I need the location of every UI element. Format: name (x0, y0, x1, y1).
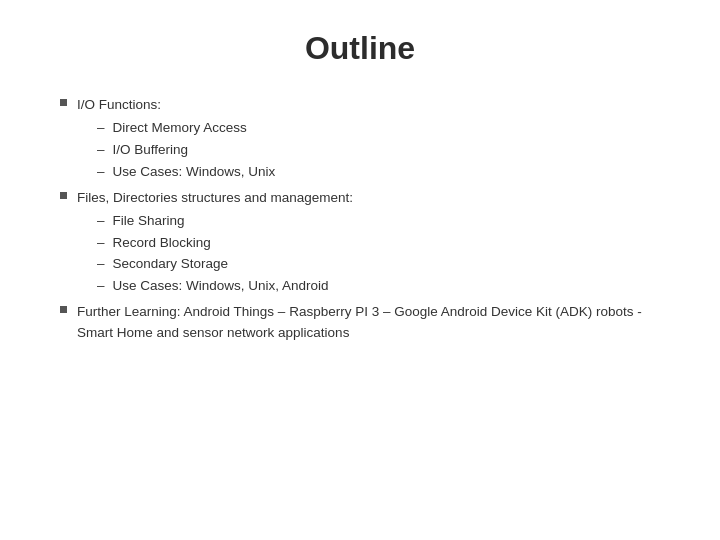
sub-text-1-1: Direct Memory Access (113, 118, 660, 139)
bullet-label-3: Further Learning: Android Things – Raspb… (77, 302, 660, 344)
dash-2-1: – (97, 211, 105, 232)
dash-1-3: – (97, 162, 105, 183)
bullet-square-3 (60, 306, 67, 313)
sub-text-1-3: Use Cases: Windows, Unix (113, 162, 660, 183)
bullet-label-2: Files, Directories structures and manage… (77, 190, 353, 205)
dash-2-3: – (97, 254, 105, 275)
sub-text-2-3: Secondary Storage (113, 254, 660, 275)
dash-2-2: – (97, 233, 105, 254)
sub-item-1-3: – Use Cases: Windows, Unix (97, 162, 660, 183)
dash-2-4: – (97, 276, 105, 297)
content-area: I/O Functions: – Direct Memory Access – … (60, 95, 660, 344)
bullet-text-2: Files, Directories structures and manage… (77, 188, 660, 299)
sub-text-2-2: Record Blocking (113, 233, 660, 254)
sub-item-2-3: – Secondary Storage (97, 254, 660, 275)
bullet-text-1: I/O Functions: – Direct Memory Access – … (77, 95, 660, 184)
bullet-item-2: Files, Directories structures and manage… (60, 188, 660, 299)
bullet-item-3: Further Learning: Android Things – Raspb… (60, 302, 660, 344)
slide-title: Outline (60, 30, 660, 67)
bullet-label-1: I/O Functions: (77, 97, 161, 112)
slide: Outline I/O Functions: – Direct Memory A… (0, 0, 720, 540)
sub-text-2-4: Use Cases: Windows, Unix, Android (113, 276, 660, 297)
sub-item-2-4: – Use Cases: Windows, Unix, Android (97, 276, 660, 297)
sub-item-2-1: – File Sharing (97, 211, 660, 232)
bullet-item-1: I/O Functions: – Direct Memory Access – … (60, 95, 660, 184)
bullet-square-1 (60, 99, 67, 106)
sub-item-1-1: – Direct Memory Access (97, 118, 660, 139)
sub-list-1: – Direct Memory Access – I/O Buffering –… (97, 118, 660, 183)
bullet-square-2 (60, 192, 67, 199)
sub-text-1-2: I/O Buffering (113, 140, 660, 161)
sub-list-2: – File Sharing – Record Blocking – Secon… (97, 211, 660, 298)
dash-1-2: – (97, 140, 105, 161)
sub-item-1-2: – I/O Buffering (97, 140, 660, 161)
sub-item-2-2: – Record Blocking (97, 233, 660, 254)
dash-1-1: – (97, 118, 105, 139)
sub-text-2-1: File Sharing (113, 211, 660, 232)
